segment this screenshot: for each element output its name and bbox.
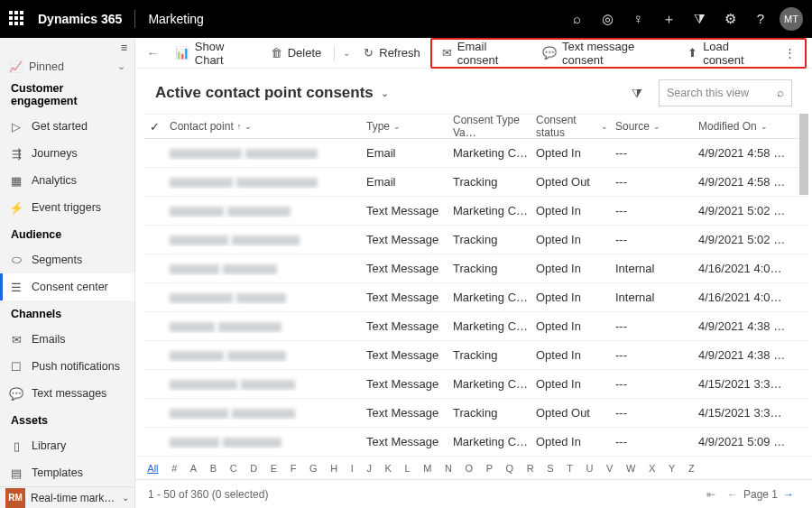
alpha-letter[interactable]: R: [523, 463, 537, 474]
table-row[interactable]: Text MessageMarketing Co…Opted In---4/9/…: [144, 197, 808, 226]
alpha-letter[interactable]: H: [328, 463, 341, 474]
alpha-letter[interactable]: All: [144, 463, 161, 474]
view-selector-icon[interactable]: ⌄: [381, 88, 389, 99]
table-row[interactable]: Text MessageTrackingOpted In---4/9/2021 …: [144, 226, 808, 254]
email-consent-button[interactable]: ✉Email consent: [434, 41, 534, 66]
nav-item-label: Segments: [32, 254, 82, 266]
nav-item[interactable]: ⇶Journeys: [0, 140, 134, 167]
search-icon[interactable]: ⌕: [561, 0, 592, 38]
table-row[interactable]: EmailMarketing Co…Opted In---4/9/2021 4:…: [144, 139, 808, 168]
nav-item[interactable]: ⚡Event triggers: [0, 194, 134, 221]
alpha-letter[interactable]: W: [623, 463, 639, 474]
nav-item[interactable]: ⬭Segments: [0, 246, 134, 273]
alpha-letter[interactable]: A: [188, 463, 200, 474]
alpha-letter[interactable]: O: [462, 463, 475, 474]
table-row[interactable]: Text MessageMarketing Co…Opted In---4/9/…: [144, 428, 808, 456]
table-row[interactable]: Text MessageTrackingOpted InInternal4/16…: [144, 254, 808, 283]
help-icon[interactable]: ?: [745, 0, 776, 38]
alpha-letter[interactable]: E: [268, 463, 281, 474]
delete-button[interactable]: 🗑Delete: [263, 41, 330, 66]
table-row[interactable]: Text MessageTrackingOpted In---4/9/2021 …: [144, 341, 808, 370]
filter-funnel-icon[interactable]: ⧩: [623, 86, 651, 101]
add-icon[interactable]: ＋: [653, 0, 684, 38]
nav-item[interactable]: ▯Library: [0, 432, 134, 459]
next-page-button[interactable]: →: [778, 488, 799, 501]
user-avatar[interactable]: MT: [780, 7, 803, 31]
alpha-letter[interactable]: F: [287, 463, 299, 474]
nav-item[interactable]: 💬Text messages: [0, 380, 134, 407]
alpha-letter[interactable]: N: [442, 463, 456, 474]
alpha-letter[interactable]: G: [307, 463, 320, 474]
nav-item[interactable]: ▷Get started: [0, 113, 134, 140]
search-view[interactable]: Search this view ⌕: [659, 79, 792, 106]
nav-item[interactable]: ▦Analytics: [0, 167, 134, 194]
col-source[interactable]: Source⌄: [612, 120, 695, 133]
ideas-icon[interactable]: ♀: [623, 0, 653, 38]
nav-item-icon: ▯: [9, 439, 23, 453]
nav-item-label: Emails: [32, 333, 66, 346]
alpha-letter[interactable]: T: [564, 463, 576, 474]
global-header: Dynamics 365 Marketing ⌕ ◎ ♀ ＋ ⧩ ⚙ ? MT: [0, 0, 812, 38]
table-row[interactable]: Text MessageMarketing Co…Opted In---4/9/…: [144, 312, 808, 341]
nav-item[interactable]: ▤Templates: [0, 459, 134, 486]
table-row[interactable]: Text MessageTrackingOpted Out---4/15/202…: [144, 399, 808, 428]
nav-area-switcher[interactable]: RM Real-time marketi… ⌄: [0, 486, 134, 508]
alpha-letter[interactable]: D: [247, 463, 261, 474]
nav-pinned[interactable]: 📈 Pinned ⌄: [0, 58, 134, 75]
show-chart-button[interactable]: 📊Show Chart: [167, 41, 261, 66]
col-contact-point[interactable]: Contact point↑⌄: [166, 120, 363, 133]
delete-split-icon[interactable]: ⌄: [339, 48, 354, 58]
back-button[interactable]: ←: [141, 46, 165, 60]
text-consent-button[interactable]: 💬Text message consent: [534, 41, 679, 66]
load-consent-button[interactable]: ⬆Load consent: [679, 41, 777, 66]
settings-icon[interactable]: ⚙: [715, 0, 745, 38]
email-consent-label: Email consent: [457, 40, 526, 67]
nav-item[interactable]: ✉Emails: [0, 326, 134, 353]
table-row[interactable]: EmailTrackingOpted Out---4/9/2021 4:58 …: [144, 168, 808, 197]
nav-item-label: Analytics: [32, 174, 77, 187]
more-commands-button[interactable]: ⋮: [777, 46, 803, 60]
col-consent-status[interactable]: Consent status⌄: [532, 114, 612, 139]
alpha-letter[interactable]: K: [382, 463, 394, 474]
alpha-letter[interactable]: Q: [503, 463, 516, 474]
alpha-letter[interactable]: B: [207, 463, 219, 474]
col-type[interactable]: Type⌄: [363, 120, 449, 133]
area-label: Real-time marketi…: [31, 492, 116, 504]
alpha-letter[interactable]: V: [604, 463, 616, 474]
select-all-checkbox[interactable]: ✓: [150, 120, 166, 134]
prev-page-button[interactable]: ←: [722, 488, 743, 501]
col-modified[interactable]: Modified On⌄: [695, 120, 794, 133]
nav-item-icon: ▦: [9, 174, 23, 188]
command-bar: ← 📊Show Chart 🗑Delete ⌄ ↻Refresh ✉Email …: [135, 38, 812, 69]
nav-item[interactable]: ☰Consent center: [0, 273, 134, 300]
alpha-letter[interactable]: X: [646, 463, 659, 474]
alpha-letter[interactable]: #: [169, 463, 180, 474]
col-consent-type[interactable]: Consent Type Va…: [449, 114, 532, 139]
app-launcher-icon[interactable]: [9, 11, 25, 27]
vertical-scrollbar[interactable]: [799, 114, 808, 456]
assistant-icon[interactable]: ◎: [592, 0, 623, 38]
alpha-letter[interactable]: U: [583, 463, 596, 474]
alpha-letter[interactable]: I: [347, 463, 356, 474]
alpha-letter[interactable]: S: [544, 463, 557, 474]
nav-item[interactable]: ☐Push notifications: [0, 353, 134, 380]
nav-item-label: Get started: [32, 120, 88, 133]
alpha-letter[interactable]: P: [483, 463, 495, 474]
alpha-letter[interactable]: Y: [666, 463, 678, 474]
alpha-letter[interactable]: M: [420, 463, 435, 474]
nav-item-label: Library: [32, 439, 66, 452]
alpha-letter[interactable]: J: [364, 463, 374, 474]
alpha-letter[interactable]: Z: [686, 463, 697, 474]
filter-icon[interactable]: ⧩: [684, 0, 715, 38]
alpha-letter[interactable]: L: [401, 463, 413, 474]
nav-collapse-icon[interactable]: ≡: [121, 42, 127, 54]
nav-item-icon: ⇶: [9, 147, 23, 161]
first-page-button[interactable]: ⇤: [700, 488, 722, 501]
table-row[interactable]: Text MessageMarketing Co…Opted In---4/15…: [144, 370, 808, 399]
refresh-button[interactable]: ↻Refresh: [355, 41, 429, 66]
table-row[interactable]: Text MessageMarketing Co…Opted InInterna…: [144, 283, 808, 312]
alpha-letter[interactable]: C: [226, 463, 240, 474]
area-badge: RM: [5, 488, 25, 508]
nav-item-icon: ⬭: [9, 253, 23, 267]
view-title[interactable]: Active contact point consents: [155, 84, 374, 102]
